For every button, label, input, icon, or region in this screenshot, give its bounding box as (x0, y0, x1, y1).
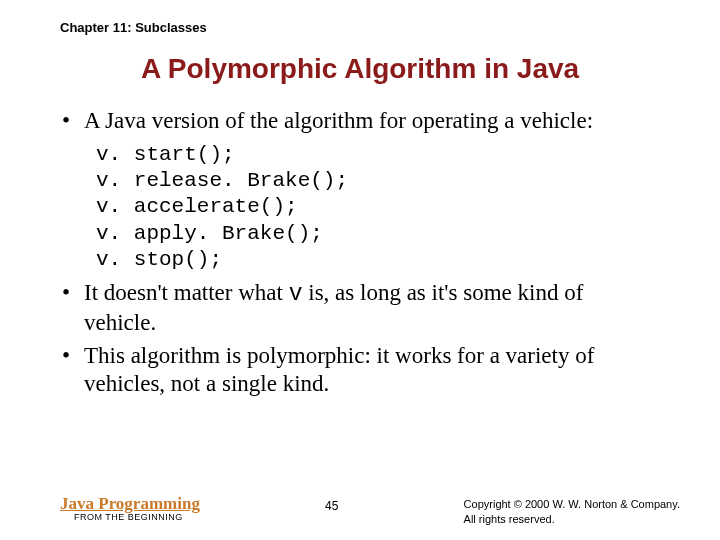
bullet-2: It doesn't matter what v is, as long as … (60, 279, 660, 338)
bullet-3: This algorithm is polymorphic: it works … (60, 342, 660, 400)
code-block: v. start(); v. release. Brake(); v. acce… (96, 142, 660, 273)
bullet-1: A Java version of the algorithm for oper… (60, 107, 660, 136)
slide: Chapter 11: Subclasses A Polymorphic Alg… (0, 0, 720, 540)
copyright: Copyright © 2000 W. W. Norton & Company.… (464, 497, 680, 526)
slide-title: A Polymorphic Algorithm in Java (60, 53, 660, 85)
copyright-line: Copyright © 2000 W. W. Norton & Company. (464, 497, 680, 511)
code-line: v. stop(); (96, 248, 222, 271)
book-title: Java Programming (60, 495, 200, 513)
inline-code-v: v (289, 281, 303, 307)
code-line: v. apply. Brake(); (96, 222, 323, 245)
slide-content: A Java version of the algorithm for oper… (60, 107, 660, 399)
book-subtitle: FROM THE BEGINNING (74, 513, 200, 522)
code-line: v. start(); (96, 143, 235, 166)
book-title-block: Java Programming FROM THE BEGINNING (60, 495, 200, 522)
code-line: v. release. Brake(); (96, 169, 348, 192)
chapter-label: Chapter 11: Subclasses (60, 20, 660, 35)
footer: Java Programming FROM THE BEGINNING 45 C… (60, 495, 680, 526)
page-number: 45 (325, 499, 338, 513)
bullet-text: It doesn't matter what (84, 280, 289, 305)
code-line: v. accelerate(); (96, 195, 298, 218)
copyright-line: All rights reserved. (464, 512, 680, 526)
